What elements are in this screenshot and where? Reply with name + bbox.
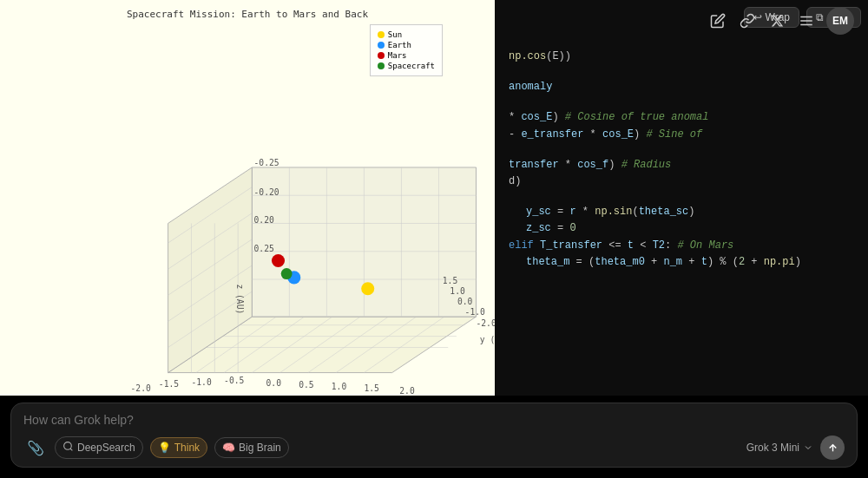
code-line: y_sc = r * np.sin(theta_sc): [509, 204, 854, 220]
chat-actions: 📎 DeepSearch 💡 Think 🧠 Big Brain Grok 3: [23, 432, 845, 460]
code-line: theta_m = (theta_m0 + n_m + t) % (2 + np…: [509, 254, 854, 271]
menu-icon[interactable]: [797, 11, 816, 30]
svg-text:1.0: 1.0: [450, 286, 465, 296]
svg-text:2.0: 2.0: [399, 386, 415, 396]
plot-legend: Sun Earth Mars Spacecraft: [370, 24, 443, 76]
legend-mars: Mars: [378, 51, 435, 60]
plot-title: Spacecraft Mission: Earth to Mars and Ba…: [127, 9, 368, 20]
bottom-area: 📎 DeepSearch 💡 Think 🧠 Big Brain Grok 3: [0, 396, 868, 478]
chat-input[interactable]: [23, 413, 845, 432]
link-icon[interactable]: [738, 11, 757, 30]
legend-dot-mars: [378, 52, 385, 59]
svg-text:-1.5: -1.5: [159, 379, 179, 389]
chat-box: 📎 DeepSearch 💡 Think 🧠 Big Brain Grok 3: [10, 403, 858, 468]
attachment-button[interactable]: 📎: [23, 438, 48, 458]
search-icon: [62, 441, 74, 455]
code-line: [509, 95, 854, 109]
svg-text:z (AU): z (AU): [235, 284, 245, 314]
point-spacecraft: [281, 268, 293, 279]
svg-text:y (AU): y (AU): [480, 335, 495, 344]
legend-dot-spacecraft: [378, 62, 385, 69]
arrow-up-icon: [827, 442, 838, 454]
svg-text:0.0: 0.0: [266, 378, 282, 388]
code-line: * cos_E) # Cosine of true anomal: [509, 109, 854, 126]
legend-spacecraft: Spacecraft: [378, 62, 435, 70]
svg-text:0.5: 0.5: [299, 380, 314, 390]
svg-point-54: [64, 442, 72, 450]
legend-dot-earth: [378, 42, 385, 49]
point-mars: [272, 254, 285, 267]
code-line: elif T_transfer <= t < T2: # On Mars: [509, 238, 854, 254]
svg-text:-0.25: -0.25: [254, 158, 279, 167]
svg-text:0.20: 0.20: [254, 216, 274, 226]
think-icon: 💡: [158, 442, 171, 454]
code-line: [509, 143, 854, 157]
svg-text:-2.0: -2.0: [131, 383, 151, 393]
code-line: z_sc = 0: [509, 220, 854, 237]
legend-dot-sun: [378, 31, 385, 38]
svg-text:-0.20: -0.20: [254, 187, 279, 197]
svg-text:1.5: 1.5: [443, 276, 458, 285]
think-button[interactable]: 💡 Think: [150, 437, 207, 458]
legend-sun: Sun: [378, 30, 435, 39]
code-line: np.cos(E)): [509, 49, 854, 65]
code-line: transfer * cos_f) # Radius: [509, 157, 854, 174]
svg-text:-0.5: -0.5: [224, 376, 244, 385]
brain-icon: 🧠: [222, 442, 235, 454]
code-line: - e_transfer * cos_E) # Sine of: [509, 127, 854, 143]
svg-text:-1.0: -1.0: [191, 377, 211, 387]
svg-text:0.25: 0.25: [254, 244, 274, 253]
plot-area: Spacecraft Mission: Earth to Mars and Ba…: [0, 0, 495, 447]
point-sun: [361, 282, 374, 295]
user-avatar[interactable]: EM: [826, 7, 854, 35]
edit-icon[interactable]: [708, 11, 727, 30]
legend-earth: Earth: [378, 41, 435, 49]
chevron-down-icon: [803, 442, 813, 453]
svg-text:1.0: 1.0: [332, 382, 347, 391]
code-line: anomaly: [509, 79, 854, 95]
code-line: d): [509, 174, 854, 190]
deepsearch-button[interactable]: DeepSearch: [55, 436, 143, 459]
svg-text:1.5: 1.5: [364, 383, 379, 393]
svg-text:-2.0: -2.0: [476, 318, 495, 328]
svg-text:-1.0: -1.0: [465, 307, 485, 317]
x-social-icon[interactable]: [767, 11, 786, 30]
code-line: [509, 65, 854, 79]
svg-line-55: [70, 449, 72, 450]
code-line: [509, 190, 854, 204]
top-bar: EM: [694, 0, 868, 42]
svg-text:0.0: 0.0: [457, 297, 473, 306]
model-selector-button[interactable]: Grok 3 Mini: [746, 442, 813, 454]
send-button[interactable]: [820, 435, 845, 460]
bigbrain-button[interactable]: 🧠 Big Brain: [214, 437, 289, 458]
